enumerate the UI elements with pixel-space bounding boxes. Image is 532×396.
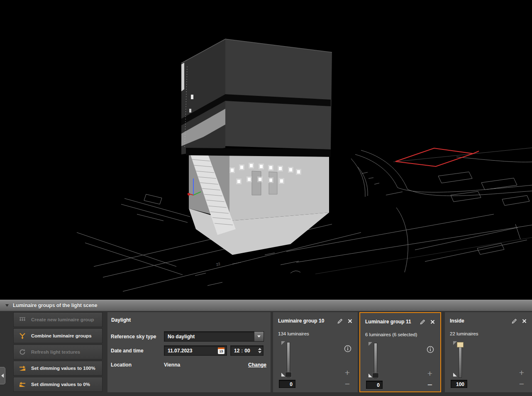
luminaire-count: 6 luminaires (6 selected) xyxy=(365,332,417,337)
button-label: Refresh light textures xyxy=(31,350,102,354)
slider-max-marker xyxy=(453,341,457,345)
create-new-luminaire-group-button[interactable]: Create new luminaire group xyxy=(13,312,102,327)
dimming-value-input[interactable]: 0 xyxy=(279,380,295,388)
set-dimming-0-button[interactable]: Set dimming values to 0% xyxy=(13,377,102,392)
button-label: Set dimming values to 100% xyxy=(31,366,102,371)
group-name: Luminaire group 10 xyxy=(278,318,334,324)
combine-luminaire-groups-button[interactable]: Combine luminaire groups xyxy=(13,328,102,343)
date-input[interactable]: 11.07.2023 15 xyxy=(164,345,227,356)
reference-sky-select[interactable]: No daylight xyxy=(164,331,264,342)
button-label: Combine luminaire groups xyxy=(31,333,102,338)
slider-min-marker xyxy=(281,373,285,376)
close-icon[interactable] xyxy=(520,318,528,324)
info-icon[interactable] xyxy=(426,345,434,354)
daylight-panel: Daylight Reference sky type No daylight … xyxy=(107,312,271,392)
spinner-up-icon[interactable] xyxy=(258,348,261,350)
refresh-icon xyxy=(14,349,31,355)
panel-header[interactable]: Luminaire groups of the light scene xyxy=(0,300,532,311)
time-separator: : xyxy=(239,348,244,354)
close-icon[interactable] xyxy=(429,318,436,325)
luminaire-group-card: Inside 22 luminaires + − 100 xyxy=(445,312,532,392)
collapse-triangle-icon[interactable] xyxy=(5,304,9,307)
daylight-title: Daylight xyxy=(111,317,131,323)
dimming-100-icon xyxy=(14,365,31,372)
viewport-3d[interactable]: 22 xyxy=(0,0,532,300)
slider-handle[interactable] xyxy=(372,373,379,378)
toolbar: Create new luminaire group Combine lumin… xyxy=(13,312,102,393)
time-spinner[interactable] xyxy=(257,348,261,353)
refresh-light-textures-button[interactable]: Refresh light textures xyxy=(13,345,102,359)
slider-min-marker xyxy=(453,373,457,376)
group-name: Inside xyxy=(450,318,508,324)
time-input[interactable]: 12 : 00 xyxy=(230,345,264,356)
slider-max-marker xyxy=(281,341,285,345)
panel-title: Luminaire groups of the light scene xyxy=(13,303,97,308)
chevron-down-icon[interactable] xyxy=(254,332,264,341)
slider-handle[interactable] xyxy=(457,342,464,347)
dimming-slider[interactable] xyxy=(453,341,467,379)
luminaire-groups-panel: Create new luminaire group Combine lumin… xyxy=(0,311,532,396)
building-model[interactable] xyxy=(181,39,332,157)
decrease-dimming-button[interactable]: − xyxy=(343,379,352,389)
close-icon[interactable] xyxy=(346,318,354,324)
new-luminaire-group-icon xyxy=(14,317,31,323)
date-time-label: Date and time xyxy=(111,348,164,354)
location-label: Location xyxy=(111,362,164,368)
decrease-dimming-button[interactable]: − xyxy=(517,379,526,389)
dimming-value-input[interactable]: 0 xyxy=(366,381,383,389)
dimming-value-input[interactable]: 100 xyxy=(451,380,467,388)
luminaire-count: 134 luminaires xyxy=(278,331,309,336)
change-location-link[interactable]: Change xyxy=(248,362,266,368)
combine-groups-icon xyxy=(14,332,31,340)
button-label: Set dimming values to 0% xyxy=(31,382,102,387)
location-value: Vienna xyxy=(164,362,180,368)
group-name: Luminaire group 11 xyxy=(365,319,416,325)
hour-value: 12 xyxy=(234,348,239,354)
dimming-0-icon xyxy=(14,381,31,388)
increase-dimming-button[interactable]: + xyxy=(343,368,352,378)
set-dimming-100-button[interactable]: Set dimming values to 100% xyxy=(13,361,102,376)
dimming-slider[interactable] xyxy=(281,341,295,379)
increase-dimming-button[interactable]: + xyxy=(425,369,434,379)
edit-icon[interactable] xyxy=(419,318,426,325)
reference-sky-label: Reference sky type xyxy=(111,334,164,340)
application-window: 22 xyxy=(0,0,532,396)
calendar-icon[interactable]: 15 xyxy=(218,347,225,354)
slider-handle[interactable] xyxy=(285,372,292,377)
luminaire-group-card: Luminaire group 10 134 luminaires + − xyxy=(273,312,358,392)
slider-min-marker xyxy=(368,374,372,377)
calendar-icon-day: 15 xyxy=(218,349,225,354)
edit-icon[interactable] xyxy=(336,318,344,324)
arrow-left-icon xyxy=(1,374,4,378)
slider-max-marker xyxy=(368,342,372,346)
edit-icon[interactable] xyxy=(510,318,518,324)
date-value: 11.07.2023 xyxy=(168,348,218,354)
info-icon[interactable] xyxy=(344,345,352,353)
decrease-dimming-button[interactable]: − xyxy=(425,380,434,390)
dimming-slider[interactable] xyxy=(368,342,383,380)
luminaire-count: 22 luminaires xyxy=(450,331,478,336)
increase-dimming-button[interactable]: + xyxy=(517,368,526,378)
spinner-down-icon[interactable] xyxy=(258,351,261,353)
button-label: Create new luminaire group xyxy=(31,317,102,322)
scene-3d: 22 xyxy=(0,0,532,300)
sidebar-collapse-handle[interactable] xyxy=(0,367,5,384)
minute-value: 00 xyxy=(244,348,250,354)
reference-sky-value: No daylight xyxy=(164,334,254,340)
luminaire-group-card: Luminaire group 11 6 luminaires (6 selec… xyxy=(359,312,441,392)
